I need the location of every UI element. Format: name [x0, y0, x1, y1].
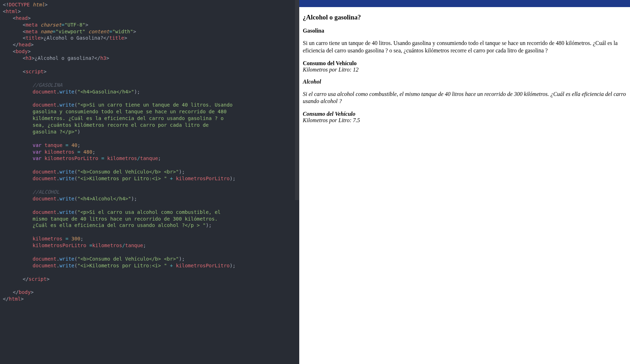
- code-line[interactable]: <h3>¿Alcohol o gasolina?</h3>: [3, 55, 296, 62]
- code-line[interactable]: </html>: [3, 296, 296, 302]
- consumo-label: Consumo del Vehículo: [303, 60, 357, 66]
- code-editor-pane[interactable]: <!DOCTYPE html> <html> <head> <meta char…: [0, 0, 299, 364]
- gasolina-heading: Gasolina: [303, 28, 626, 34]
- code-line[interactable]: gasolina y consumiendo todo el tanque se…: [3, 108, 296, 115]
- gasolina-consumo: Consumo del Vehículo Kilometros por Litr…: [303, 60, 626, 73]
- code-line[interactable]: document.write("<b>Consumo del Vehículo<…: [3, 169, 296, 175]
- code-line[interactable]: </body>: [3, 289, 296, 296]
- code-line[interactable]: kilometrosPorLitro =kilometros/tanque;: [3, 242, 296, 249]
- code-line[interactable]: var kilometros = 480;: [3, 149, 296, 155]
- scrollbar[interactable]: [295, 0, 299, 200]
- gasolina-text: Si un carro tiene un tanque de 40 litros…: [303, 40, 626, 55]
- code-line[interactable]: mismo tanque de 40 litros hace un recorr…: [3, 216, 296, 222]
- code-line[interactable]: //GASOLINA: [3, 82, 296, 89]
- code-line[interactable]: document.write("<h4>Gasolina</h4>");: [3, 89, 296, 95]
- code-line[interactable]: var tanque = 40;: [3, 142, 296, 149]
- preview-content: ¿Alcohol o gasolina? Gasolina Si un carr…: [299, 7, 630, 136]
- code-line[interactable]: sea, ¿cuántos kilómetros recorre el carr…: [3, 122, 296, 129]
- code-line[interactable]: <script>: [3, 68, 296, 75]
- code-line[interactable]: </script>: [3, 276, 296, 283]
- page-title: ¿Alcohol o gasolina?: [303, 13, 626, 21]
- code-line[interactable]: kilómetros. ¿Cuál es la eficiencia del c…: [3, 115, 296, 122]
- consumo-label: Consumo del Vehículo: [303, 111, 355, 117]
- code-line[interactable]: //ALCOHOL: [3, 189, 296, 195]
- alcohol-text: Si el carro usa alcohol como combustible…: [303, 91, 626, 106]
- code-line[interactable]: document.write("<i>Kilometros por Litro:…: [3, 175, 296, 182]
- code-line[interactable]: <body>: [3, 48, 296, 55]
- code-line[interactable]: ¿Cuál es ella eficiencia del carro usand…: [3, 222, 296, 229]
- code-line[interactable]: gasolina ?</p>"): [3, 129, 296, 135]
- code-line[interactable]: document.write("<p>Si un carro tiene un …: [3, 102, 296, 108]
- gasolina-kpl: Kilometros por Litro: 12: [303, 67, 359, 73]
- code-line[interactable]: document.write("<i>Kilometros por Litro:…: [3, 262, 296, 269]
- code-line[interactable]: document.write("<h4>Alcohol</h4>");: [3, 195, 296, 202]
- preview-header-bar: [299, 0, 630, 7]
- code-line[interactable]: <html>: [3, 8, 296, 15]
- code-line[interactable]: document.write("<p>Si el carro usa alcoh…: [3, 209, 296, 216]
- code-line[interactable]: </head>: [3, 41, 296, 48]
- code-line[interactable]: <title>¿Alcohol o Gasolina?</title>: [3, 35, 296, 41]
- code-line[interactable]: kilometros = 300;: [3, 235, 296, 242]
- code-line[interactable]: var kilometrosPorLitro = kilometros/tanq…: [3, 155, 296, 162]
- alcohol-heading: Alcohol: [303, 79, 626, 85]
- code-line[interactable]: document.write("<b>Consumo del Vehículo<…: [3, 256, 296, 262]
- code-line[interactable]: <!DOCTYPE html>: [3, 1, 296, 8]
- alcohol-kpl: Kilometros por Litro: 7.5: [303, 117, 360, 123]
- code-line[interactable]: <head>: [3, 15, 296, 22]
- alcohol-consumo: Consumo del Vehículo Kilometros por Litr…: [303, 111, 626, 124]
- code-line[interactable]: <meta name="viewport" content="width">: [3, 28, 296, 35]
- preview-pane: ¿Alcohol o gasolina? Gasolina Si un carr…: [299, 0, 630, 364]
- code-line[interactable]: <meta charset="UTF-8">: [3, 22, 296, 28]
